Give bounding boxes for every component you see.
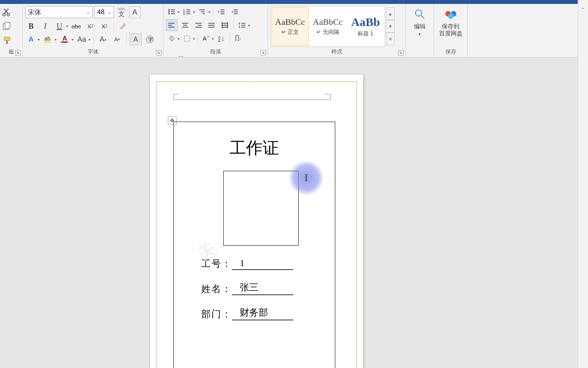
font-size-combo[interactable]: 48 ⌄ bbox=[94, 6, 114, 18]
italic-button[interactable]: I bbox=[39, 20, 51, 32]
subscript-button[interactable]: x2 bbox=[85, 20, 96, 32]
svg-text:A: A bbox=[62, 35, 67, 42]
group-editing: 编辑▾ bbox=[406, 4, 434, 57]
paragraph-group-label: 段落 bbox=[164, 48, 268, 57]
font-name-combo[interactable]: 宋体 ⌄ bbox=[25, 6, 93, 18]
shading-button[interactable] bbox=[166, 33, 178, 44]
svg-point-12 bbox=[168, 9, 170, 11]
align-right-button[interactable] bbox=[193, 19, 204, 31]
svg-text:A: A bbox=[203, 35, 207, 42]
svg-text:Z: Z bbox=[218, 39, 220, 42]
bold-button[interactable]: B bbox=[25, 20, 37, 32]
field-value[interactable]: 张三 bbox=[232, 281, 293, 295]
title-bar bbox=[0, 0, 588, 4]
group-paragraph: ▾ 123▾ ▾ ▾ ▾ ▾ bbox=[164, 4, 268, 57]
underline-button[interactable]: U bbox=[53, 20, 65, 32]
baidu-save-button[interactable]: 保存到百度网盘 bbox=[437, 6, 465, 39]
change-case-button[interactable]: Aa bbox=[76, 33, 88, 45]
style-heading1[interactable]: AaBb 标题 1 bbox=[347, 7, 384, 46]
increase-indent-button[interactable] bbox=[229, 6, 241, 18]
svg-rect-32 bbox=[234, 13, 238, 14]
svg-rect-40 bbox=[198, 25, 202, 26]
svg-rect-53 bbox=[184, 36, 190, 41]
svg-rect-23 bbox=[186, 13, 190, 14]
watermark-text: 丶 bbox=[248, 76, 260, 92]
style-expand-icon[interactable]: ≡ bbox=[386, 33, 395, 45]
strikethrough-button[interactable]: abc bbox=[70, 20, 82, 32]
char-scale-button[interactable]: A bbox=[200, 33, 212, 44]
svg-rect-33 bbox=[168, 23, 175, 24]
baidu-group-label: 保存 bbox=[434, 48, 467, 57]
chevron-down-icon[interactable]: ⌄ bbox=[581, 4, 585, 10]
line-spacing-button[interactable] bbox=[236, 19, 248, 31]
style-scroll-up-icon[interactable]: ▴ bbox=[386, 7, 395, 20]
svg-rect-4 bbox=[4, 37, 10, 41]
right-pane-strip: ⌄ bbox=[578, 0, 588, 368]
align-center-button[interactable] bbox=[179, 19, 191, 31]
superscript-button[interactable]: x2 bbox=[99, 20, 110, 32]
svg-rect-44 bbox=[208, 27, 215, 28]
svg-point-57 bbox=[415, 10, 422, 16]
svg-rect-42 bbox=[208, 23, 215, 24]
align-justify-button[interactable] bbox=[206, 19, 218, 31]
multilevel-list-button[interactable] bbox=[197, 6, 208, 18]
field-value[interactable]: 1 bbox=[232, 258, 293, 270]
style-gallery: AaBbCc ↵ 正文 AaBbCc ↵ 无间隔 AaBb 标题 1 bbox=[270, 6, 385, 47]
decrease-indent-button[interactable] bbox=[215, 6, 227, 18]
paragraph-launcher-icon[interactable]: ⬊ bbox=[261, 50, 266, 55]
chevron-down-icon: ⌄ bbox=[86, 9, 90, 15]
clear-formatting-icon[interactable] bbox=[117, 20, 129, 32]
enclose-char-button[interactable]: 字 bbox=[144, 33, 156, 45]
page[interactable]: ✥ 丶 工作证 关 工号： 1 姓名： 张三 部门： 财务部 I bbox=[149, 74, 364, 368]
font-group-label: 字体 bbox=[23, 48, 163, 57]
edit-button[interactable]: 编辑▾ bbox=[410, 6, 429, 39]
align-distribute-button[interactable] bbox=[219, 19, 231, 31]
field-row-name: 姓名： 张三 bbox=[201, 281, 325, 295]
style-nospacing[interactable]: AaBbCc ↵ 无间隔 bbox=[309, 7, 346, 46]
svg-rect-13 bbox=[171, 9, 175, 10]
font-color-button[interactable]: A bbox=[59, 33, 71, 45]
svg-text:ab: ab bbox=[44, 35, 51, 42]
group-font: 宋体 ⌄ 48 ⌄ wén 文 A B bbox=[23, 4, 164, 57]
svg-rect-25 bbox=[201, 11, 205, 12]
show-marks-button[interactable] bbox=[232, 33, 244, 44]
bullets-button[interactable] bbox=[166, 6, 178, 18]
phonetic-guide-button[interactable]: wén 文 bbox=[116, 6, 127, 18]
work-card[interactable]: 工作证 关 工号： 1 姓名： 张三 部门： 财务部 bbox=[173, 122, 335, 368]
shrink-font-button[interactable]: A▾ bbox=[111, 33, 123, 45]
style-scroll-down-icon[interactable]: ▾ bbox=[386, 20, 395, 33]
highlight-button[interactable]: ab bbox=[42, 33, 54, 45]
clipboard-launcher-icon[interactable]: ⬊ bbox=[15, 50, 21, 55]
numbering-button[interactable]: 123 bbox=[181, 6, 193, 18]
grow-font-button[interactable]: A▴ bbox=[97, 33, 109, 45]
align-left-button[interactable] bbox=[166, 19, 178, 31]
field-value[interactable]: 财务部 bbox=[232, 306, 293, 320]
svg-point-14 bbox=[168, 11, 170, 13]
svg-rect-52 bbox=[241, 27, 245, 28]
header-region bbox=[173, 94, 331, 101]
cut-icon[interactable] bbox=[2, 8, 13, 17]
svg-rect-51 bbox=[241, 25, 245, 26]
copy-icon[interactable] bbox=[2, 22, 13, 31]
svg-rect-7 bbox=[44, 41, 51, 43]
char-border-button[interactable]: A bbox=[129, 6, 141, 18]
font-launcher-icon[interactable]: ⬊ bbox=[156, 50, 162, 55]
svg-rect-35 bbox=[168, 27, 175, 28]
svg-rect-48 bbox=[222, 22, 222, 28]
svg-point-16 bbox=[168, 13, 170, 15]
borders-button[interactable] bbox=[181, 33, 193, 44]
svg-rect-28 bbox=[220, 11, 224, 12]
format-painter-icon[interactable] bbox=[2, 36, 13, 45]
style-launcher-icon[interactable]: ⬊ bbox=[398, 50, 404, 55]
text-effects-button[interactable]: A bbox=[25, 33, 37, 45]
svg-rect-49 bbox=[227, 22, 228, 28]
style-gallery-scroll: ▴ ▾ ≡ bbox=[386, 7, 395, 45]
sort-button[interactable]: AZ bbox=[215, 33, 227, 44]
svg-rect-27 bbox=[220, 9, 224, 10]
char-shading-button[interactable]: A bbox=[130, 33, 141, 45]
style-normal[interactable]: AaBbCc ↵ 正文 bbox=[272, 7, 309, 46]
svg-rect-34 bbox=[168, 25, 172, 26]
svg-rect-21 bbox=[186, 11, 190, 12]
photo-placeholder[interactable] bbox=[223, 171, 299, 246]
document-area: ✥ 丶 工作证 关 工号： 1 姓名： 张三 部门： 财务部 I ▴ bbox=[0, 57, 588, 368]
